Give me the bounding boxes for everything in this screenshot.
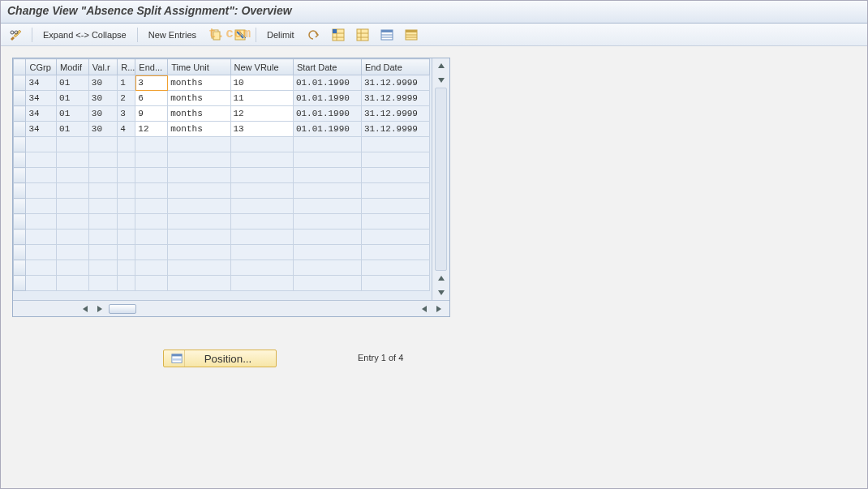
cell-newvrule[interactable]: 13 — [230, 122, 293, 137]
cell-empty[interactable] — [88, 199, 117, 214]
cell-empty[interactable] — [293, 137, 361, 152]
cell-cgrp[interactable]: 34 — [26, 75, 57, 91]
cell-modif[interactable]: 01 — [57, 91, 89, 106]
cell-empty[interactable] — [135, 229, 168, 245]
cell-startdate[interactable]: 01.01.1990 — [293, 91, 361, 106]
table-row-empty[interactable] — [14, 168, 430, 183]
cell-empty[interactable] — [57, 137, 89, 152]
cell-empty[interactable] — [26, 183, 57, 199]
cell-enddate[interactable]: 31.12.9999 — [361, 75, 429, 91]
row-handle[interactable] — [14, 229, 26, 245]
cell-empty[interactable] — [230, 245, 293, 260]
cell-enddate[interactable]: 31.12.9999 — [361, 122, 429, 137]
cell-timeunit[interactable]: months — [168, 75, 230, 91]
row-handle[interactable] — [14, 199, 26, 214]
cell-empty[interactable] — [118, 137, 135, 152]
cell-empty[interactable] — [168, 214, 230, 229]
scroll-thumb[interactable] — [109, 304, 136, 314]
scroll-right-end-button[interactable] — [432, 302, 446, 315]
cell-end[interactable]: 9 — [135, 106, 168, 122]
cell-enddate[interactable]: 31.12.9999 — [361, 106, 429, 122]
cell-empty[interactable] — [118, 183, 135, 199]
cell-valr[interactable]: 30 — [88, 75, 117, 91]
table-row[interactable]: 34013039months1201.01.199031.12.9999 — [14, 106, 430, 122]
cell-modif[interactable]: 01 — [57, 75, 89, 91]
table-row-empty[interactable] — [14, 229, 430, 245]
row-handle[interactable] — [14, 137, 26, 152]
cell-empty[interactable] — [118, 152, 135, 168]
cell-newvrule[interactable]: 10 — [230, 75, 293, 91]
cell-empty[interactable] — [118, 214, 135, 229]
cell-empty[interactable] — [26, 199, 57, 214]
cell-startdate[interactable]: 01.01.1990 — [293, 75, 361, 91]
cell-empty[interactable] — [230, 183, 293, 199]
cell-empty[interactable] — [57, 245, 89, 260]
cell-end[interactable]: 12 — [135, 122, 168, 137]
table-row-empty[interactable] — [14, 214, 430, 229]
scroll-left-button[interactable] — [78, 302, 92, 315]
cell-cgrp[interactable]: 34 — [26, 106, 57, 122]
cell-empty[interactable] — [88, 137, 117, 152]
cell-empty[interactable] — [230, 137, 293, 152]
scroll-left-end-button[interactable] — [417, 302, 432, 315]
cell-empty[interactable] — [57, 183, 89, 199]
scroll-down-button[interactable] — [432, 285, 449, 300]
cell-cgrp[interactable]: 34 — [26, 122, 57, 137]
col-header-enddate[interactable]: End Date — [361, 59, 429, 75]
cell-empty[interactable] — [57, 276, 89, 291]
cell-empty[interactable] — [230, 168, 293, 183]
col-header-cgrp[interactable]: CGrp — [26, 59, 57, 75]
cell-empty[interactable] — [135, 276, 168, 291]
row-handle[interactable] — [14, 168, 26, 183]
cell-empty[interactable] — [57, 199, 89, 214]
cell-empty[interactable] — [135, 137, 168, 152]
cell-modif[interactable]: 01 — [57, 106, 89, 122]
table-row-empty[interactable] — [14, 245, 430, 260]
cell-empty[interactable] — [168, 183, 230, 199]
scroll-page-down-button[interactable] — [432, 271, 449, 285]
cell-timeunit[interactable]: months — [168, 122, 230, 137]
undo-button[interactable] — [303, 27, 324, 43]
cell-empty[interactable] — [230, 152, 293, 168]
col-header-end[interactable]: End... — [135, 59, 168, 75]
cell-empty[interactable] — [361, 137, 429, 152]
cell-empty[interactable] — [135, 183, 168, 199]
cell-empty[interactable] — [293, 152, 361, 168]
select-all-button[interactable] — [328, 27, 349, 43]
print-button[interactable] — [401, 27, 422, 43]
cell-empty[interactable] — [361, 229, 429, 245]
col-header-timeunit[interactable]: Time Unit — [168, 59, 230, 75]
data-grid[interactable]: CGrp Modif Val.r R... End... Time Unit N… — [13, 58, 430, 291]
table-row-empty[interactable] — [14, 199, 430, 214]
cell-valr[interactable]: 30 — [88, 122, 117, 137]
row-handle[interactable] — [14, 183, 26, 199]
cell-empty[interactable] — [361, 168, 429, 183]
cell-empty[interactable] — [168, 199, 230, 214]
cell-empty[interactable] — [230, 260, 293, 276]
cell-empty[interactable] — [57, 260, 89, 276]
cell-empty[interactable] — [118, 229, 135, 245]
cell-enddate[interactable]: 31.12.9999 — [361, 91, 429, 106]
cell-empty[interactable] — [88, 260, 117, 276]
cell-timeunit[interactable]: months — [168, 106, 230, 122]
scroll-right-button[interactable] — [92, 302, 107, 315]
cell-empty[interactable] — [88, 245, 117, 260]
row-handle[interactable] — [14, 152, 26, 168]
cell-empty[interactable] — [26, 214, 57, 229]
cell-empty[interactable] — [230, 229, 293, 245]
cell-empty[interactable] — [88, 214, 117, 229]
cell-empty[interactable] — [135, 199, 168, 214]
cell-empty[interactable] — [168, 229, 230, 245]
table-row-empty[interactable] — [14, 152, 430, 168]
cell-empty[interactable] — [168, 245, 230, 260]
cell-empty[interactable] — [118, 199, 135, 214]
cell-empty[interactable] — [57, 152, 89, 168]
delimit-button[interactable]: Delimit — [261, 27, 300, 43]
cell-empty[interactable] — [88, 168, 117, 183]
cell-empty[interactable] — [26, 152, 57, 168]
table-row-empty[interactable] — [14, 137, 430, 152]
cell-empty[interactable] — [26, 229, 57, 245]
scroll-page-up-button[interactable] — [432, 73, 449, 88]
cell-empty[interactable] — [118, 168, 135, 183]
cell-end[interactable]: 6 — [135, 91, 168, 106]
